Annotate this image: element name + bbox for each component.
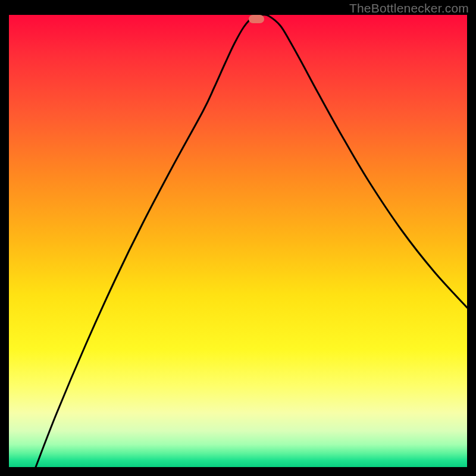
chart-stage: TheBottlenecker.com: [0, 0, 476, 476]
curve-svg: [9, 15, 467, 467]
watermark-text: TheBottlenecker.com: [349, 1, 469, 15]
bottleneck-curve: [36, 15, 467, 467]
plot-area: [9, 15, 467, 467]
optimum-marker: [249, 15, 264, 23]
